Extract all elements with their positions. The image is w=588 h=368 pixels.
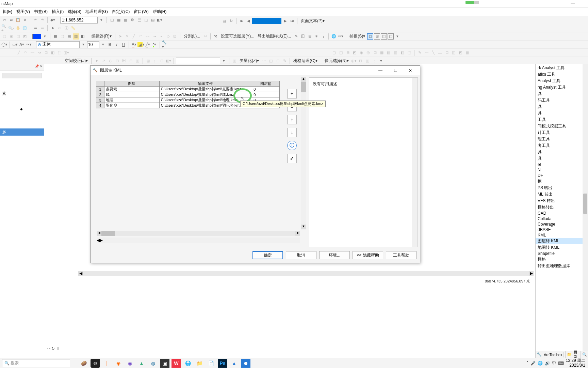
r14-icon[interactable]: 〰 xyxy=(423,50,429,56)
environments-button[interactable]: 环境... xyxy=(319,251,350,259)
tree-item[interactable]: 间模式挖掘工具 xyxy=(536,123,588,129)
tray-ime[interactable]: 中 xyxy=(552,360,556,366)
sa11-icon[interactable]: ◧▾ xyxy=(165,58,172,64)
map-hscroll[interactable]: ◀▶ xyxy=(78,271,534,276)
sa-dropdown-icon[interactable]: ▾ xyxy=(221,58,227,64)
r13-icon[interactable]: ✎ xyxy=(416,50,423,56)
split-tool-icon[interactable]: ✂ xyxy=(202,33,208,40)
point-icon[interactable]: • xyxy=(158,33,164,40)
tray-clock[interactable]: 13:29 周二 2023/8/1 xyxy=(566,358,585,367)
m2-icon[interactable]: ◠ xyxy=(22,50,29,56)
r15-icon[interactable]: ╲ xyxy=(430,50,436,56)
dialog-maximize-button[interactable]: ☐ xyxy=(388,66,403,75)
tree-item[interactable]: KML xyxy=(536,232,588,238)
delete-icon[interactable]: ✕ xyxy=(22,17,28,23)
m4-icon[interactable]: ↝ xyxy=(36,50,42,56)
menu-insert[interactable]: 插入(I) xyxy=(50,8,66,15)
ed6-icon[interactable]: ⬚ xyxy=(59,33,65,40)
tool-h-icon[interactable]: ◧▾ xyxy=(157,17,163,23)
bold-icon[interactable]: B xyxy=(107,42,113,48)
menu-edit[interactable]: 辑(E) xyxy=(1,8,14,15)
help-row-button[interactable]: ⓘ xyxy=(287,141,297,150)
app-sep-icon[interactable]: | xyxy=(102,359,112,368)
tree-item[interactable]: VFS 转出 xyxy=(536,198,588,204)
menu-bookmarks[interactable]: 书签(B) xyxy=(32,8,50,15)
arc-icon[interactable]: ◠ xyxy=(138,33,144,40)
scale-combo[interactable]: 1:1,685,652 xyxy=(60,17,98,24)
hide-help-button[interactable]: << 隐藏帮助 xyxy=(353,251,383,259)
undo-icon[interactable]: ↶ xyxy=(32,17,38,23)
capture-menu[interactable]: 捕捉(S)▾ xyxy=(348,33,366,39)
ed2-icon[interactable]: ▣ xyxy=(8,33,14,40)
help-vscroll[interactable] xyxy=(412,78,418,247)
m6-icon[interactable]: ◧ xyxy=(50,50,56,56)
ed7-icon[interactable]: ▤ xyxy=(66,33,72,40)
app-c4d-icon[interactable]: ◉ xyxy=(125,359,135,368)
dialog-hscroll[interactable]: ◀▶ xyxy=(97,237,300,243)
menu-window[interactable]: 窗口(W) xyxy=(132,8,150,15)
select-rect-icon[interactable]: ▭ xyxy=(56,25,63,31)
zoom-in-icon[interactable]: 🔍+ xyxy=(1,25,7,31)
tool-b-icon[interactable]: ▦ xyxy=(116,17,122,23)
wrench-icon[interactable]: 🔧▾ xyxy=(162,42,168,48)
menu-help[interactable]: 帮助(H) xyxy=(151,8,169,15)
tree-item[interactable]: PS 转出 xyxy=(536,185,588,191)
ps2-icon[interactable]: ⊡ xyxy=(358,58,364,64)
style5-icon[interactable]: ↕ xyxy=(320,33,326,40)
edit-arrow-icon[interactable]: ➤ xyxy=(117,33,124,40)
marker-color-icon[interactable]: •▾ xyxy=(151,42,158,48)
tree-item[interactable]: 考工具 xyxy=(536,142,588,149)
v3-icon[interactable]: ⊡ xyxy=(275,58,281,64)
pause-draw-icon[interactable]: ⏸ xyxy=(55,346,60,351)
app-arcmap-icon[interactable]: 🌐 xyxy=(183,359,193,368)
r1-icon[interactable]: ▢ xyxy=(331,50,337,56)
r7-icon[interactable]: ⊡ xyxy=(372,50,378,56)
move-up-button[interactable]: ↑ xyxy=(287,115,297,124)
ok-button[interactable]: 确定 xyxy=(252,251,283,259)
sa9-icon[interactable]: ↕ xyxy=(152,58,158,64)
sa1-icon[interactable]: ➤ xyxy=(94,58,100,64)
data-view-tab[interactable]: ▫ xyxy=(47,346,48,351)
sa3-icon[interactable]: ◇ xyxy=(107,58,113,64)
vertex-icon[interactable]: ◇ xyxy=(165,33,171,40)
pixel-select-menu[interactable]: 像元选择(N)▾ xyxy=(323,58,350,64)
split-menu[interactable]: 分割(L)... xyxy=(182,33,202,39)
app-photoshop-icon[interactable]: Ps xyxy=(218,359,227,368)
m8-icon[interactable]: ◫▾ xyxy=(63,50,69,56)
r6-icon[interactable]: ◎ xyxy=(365,50,371,56)
cancel-button[interactable]: 取消 xyxy=(286,251,316,259)
ed3-icon[interactable]: ◫ xyxy=(15,33,21,40)
tree-item[interactable]: CAD xyxy=(536,211,588,216)
copy-icon[interactable]: ⧉ xyxy=(8,17,14,23)
menu-geoprocessing[interactable]: 地理处理(G) xyxy=(83,8,110,15)
move-down-button[interactable]: ↓ xyxy=(287,128,297,137)
r16-icon[interactable]: — xyxy=(437,50,443,56)
snap1-icon[interactable]: ◻ xyxy=(367,33,373,40)
dialog-minimize-button[interactable]: — xyxy=(373,66,388,75)
sa2-icon[interactable]: ↗ xyxy=(100,58,107,64)
zoom-out-icon[interactable]: 🔍- xyxy=(8,25,14,31)
app-box-icon[interactable]: ▣ xyxy=(160,359,169,368)
tray-net-icon[interactable]: 🌐 xyxy=(538,361,543,366)
dialog-titlebar[interactable]: 🔨 图层转 KML — ☐ ✕ xyxy=(91,66,420,75)
tree-item[interactable]: 据 xyxy=(536,178,588,185)
last-page-icon[interactable]: ⏭ xyxy=(289,18,295,24)
menu-select[interactable]: 选择(S) xyxy=(66,8,83,15)
tree-item[interactable]: el xyxy=(536,162,588,167)
dialog-close-button[interactable]: ✕ xyxy=(403,66,418,75)
tree-item[interactable]: 地图转 KML xyxy=(536,244,588,251)
tree-item[interactable]: 具 xyxy=(536,91,588,97)
tree-item[interactable]: rk Analyst 工具 xyxy=(536,65,588,71)
m3-icon[interactable]: 〰 xyxy=(29,50,35,56)
toolbox-vscroll[interactable] xyxy=(583,64,588,351)
tool-help-button[interactable]: 工具帮助 xyxy=(386,251,416,259)
pencil-icon[interactable]: ✏▾ xyxy=(338,33,344,40)
tree-item[interactable]: 计工具 xyxy=(536,129,588,136)
layers-config-icon[interactable]: ⚒ xyxy=(213,33,219,40)
italic-icon[interactable]: I xyxy=(114,42,120,48)
ed9-icon[interactable]: ◧ xyxy=(80,33,86,40)
forward-icon[interactable]: ⇒ xyxy=(39,25,45,31)
sa5-icon[interactable]: 田 xyxy=(121,58,127,64)
edge-icon[interactable]: ⊡ xyxy=(172,33,178,40)
sa12-icon[interactable]: ◫ xyxy=(231,58,238,64)
